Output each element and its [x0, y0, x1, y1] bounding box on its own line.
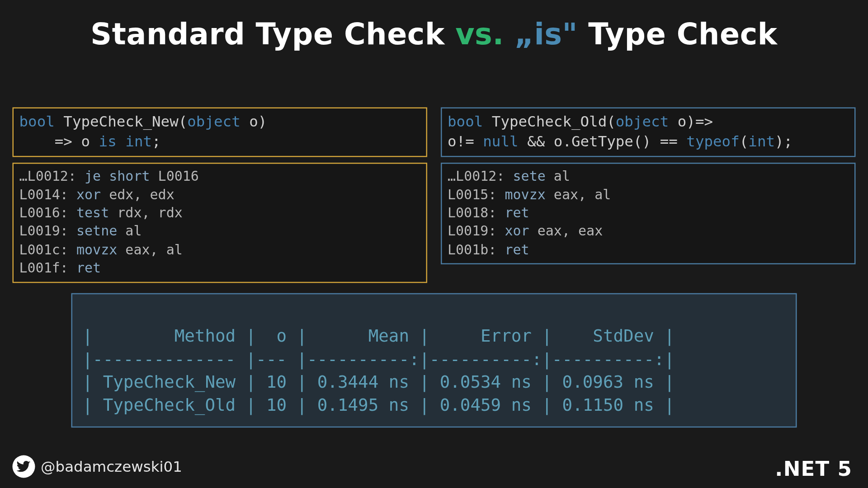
column-old: bool TypeCheck_Old(object o)=> o!= null … — [441, 108, 856, 283]
twitter-icon — [13, 455, 35, 478]
title-quote-open: „ — [514, 17, 534, 51]
title-suffix: Type Check — [578, 17, 778, 51]
slide-title: Standard Type Check vs. „is" Type Check — [13, 17, 856, 51]
platform-label: .NET 5 — [775, 457, 852, 480]
title-quote-close: " — [562, 17, 578, 51]
benchmark-table: | Method | o | Mean | Error | StdDev | |… — [71, 293, 797, 427]
asm-old-code: …L0012: sete al L0015: movzx eax, al L00… — [441, 163, 856, 264]
asm-new-code: …L0012: je short L0016 L0014: xor edx, e… — [13, 163, 428, 282]
code-columns: bool TypeCheck_New(object o) => o is int… — [13, 108, 856, 283]
csharp-new-code: bool TypeCheck_New(object o) => o is int… — [13, 108, 428, 157]
twitter-handle-text: @badamczewski01 — [41, 458, 182, 475]
title-prefix: Standard Type Check — [90, 17, 455, 51]
column-new: bool TypeCheck_New(object o) => o is int… — [13, 108, 428, 283]
title-vs: vs. — [455, 17, 504, 51]
title-is: is — [534, 17, 562, 51]
csharp-old-code: bool TypeCheck_Old(object o)=> o!= null … — [441, 108, 856, 157]
title-space — [504, 17, 514, 51]
twitter-handle: @badamczewski01 — [13, 455, 182, 478]
